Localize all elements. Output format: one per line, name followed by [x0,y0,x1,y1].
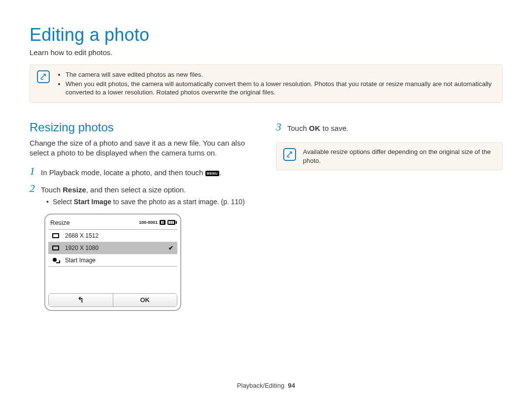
svg-point-4 [53,258,57,262]
section-heading: Resizing photos [30,121,256,134]
resize-option[interactable]: 1920 X 1080 ✔ [48,242,177,254]
camera-options: 2688 X 1512 1920 X 1080 ✔ Start Image [48,229,177,267]
note-item: When you edit photos, the camera will au… [66,80,495,97]
camera-header: Resize 100-0001 [48,217,177,229]
size-icon [52,232,60,239]
camera-status: 100-0001 [139,220,175,225]
right-column: 3 Touch OK to save. Available resize opt… [276,121,502,311]
file-counter: 100-0001 [139,220,158,225]
section-lead: Change the size of a photo and save it a… [30,138,256,158]
svg-rect-3 [53,247,58,249]
option-label: 1920 X 1080 [65,245,164,251]
step-number: 1 [30,166,35,177]
manual-page: Editing a photo Learn how to edit photos… [0,0,532,401]
note-box-side: Available resize options differ dependin… [276,142,502,170]
page-number: 94 [288,382,295,389]
step-2-sub: • Select Start Image to save the photo a… [46,197,256,207]
battery-icon [167,220,175,225]
step-text: Touch Resize, and then select a size opt… [41,183,186,195]
note-item: The camera will save edited photos as ne… [66,70,495,79]
left-column: Resizing photos Change the size of a pho… [30,121,256,311]
page-title: Editing a photo [30,25,502,45]
resize-option[interactable]: Start Image [48,254,177,266]
size-icon [52,245,60,251]
page-footer: Playback/Editing 94 [0,382,532,389]
page-subtitle: Learn how to edit photos. [30,48,502,57]
ok-inline-icon: OK [309,124,321,132]
back-button[interactable]: ↰ [49,294,113,307]
note-text: Available resize options differ dependin… [303,148,495,165]
step-text: In Playback mode, locate a photo, and th… [41,166,221,178]
note-box-top: The camera will save edited photos as ne… [30,64,502,103]
footer-section: Playback/Editing [237,382,284,389]
note-icon [283,148,296,161]
step-number: 2 [30,183,35,194]
camera-footer: ↰ OK [48,293,177,307]
sd-card-icon [160,220,166,225]
camera-title: Resize [50,219,70,226]
step-3: 3 Touch OK to save. [276,122,502,134]
step-number: 3 [276,122,281,132]
ok-button[interactable]: OK [113,294,177,307]
camera-screenshot: Resize 100-0001 2688 X 1512 [44,214,181,311]
bullet-icon: • [46,197,49,207]
svg-rect-1 [53,234,58,237]
step-1: 1 In Playback mode, locate a photo, and … [30,166,256,178]
check-icon: ✔ [168,245,173,251]
note-list: The camera will save edited photos as ne… [57,70,495,97]
option-label: 2688 X 1512 [65,232,173,239]
note-icon [37,70,50,83]
step-2: 2 Touch Resize, and then select a size o… [30,183,256,195]
option-label: Start Image [65,257,173,264]
camera-blank-area [48,267,177,290]
start-image-icon [52,257,60,264]
resize-option[interactable]: 2688 X 1512 [48,230,177,242]
step-text: Touch OK to save. [287,122,348,134]
menu-icon: MENU [205,171,220,176]
